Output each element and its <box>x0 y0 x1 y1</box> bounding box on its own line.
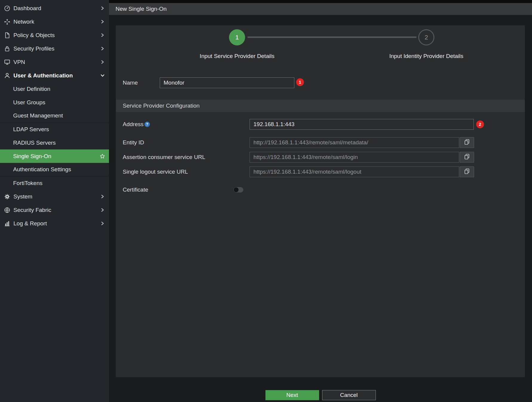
acs-url-input <box>250 152 459 163</box>
copy-icon <box>464 139 470 146</box>
vpn-icon <box>4 59 11 66</box>
copy-icon <box>464 168 470 176</box>
entity-id-copy-button[interactable] <box>460 137 474 148</box>
name-input[interactable] <box>160 77 294 88</box>
chevron-right-icon <box>100 194 105 199</box>
sidebar-item-label: Authentication Settings <box>13 166 71 173</box>
sidebar-item-dashboard[interactable]: Dashboard <box>0 1 109 15</box>
acs-url-label: Assertion consumer service URL <box>123 152 205 163</box>
slo-url-input <box>250 166 459 177</box>
log-report-icon <box>4 220 11 227</box>
sidebar-item-label: Policy & Objects <box>13 32 55 39</box>
wizard-step-1: 1 <box>229 29 245 45</box>
app-window: Dashboard Network Policy & Objects Secur… <box>0 0 532 402</box>
sidebar-item-label: Guest Management <box>13 112 63 119</box>
sidebar-item-label: Security Fabric <box>13 207 51 213</box>
copy-icon <box>464 153 470 161</box>
help-icon[interactable]: ? <box>144 122 150 127</box>
wizard-step-connector <box>247 36 416 38</box>
sidebar-item-security-fabric[interactable]: Security Fabric <box>0 203 109 217</box>
wizard-step-1-number: 1 <box>235 34 239 41</box>
address-label-row: Address ? <box>123 119 150 130</box>
wizard-step-1-label: Input Service Provider Details <box>162 53 312 59</box>
sidebar-item-label: Single Sign-On <box>13 153 51 160</box>
page-title: New Single Sign-On <box>116 6 167 12</box>
sso-wizard-panel: 1 2 Input Service Provider Details Input… <box>116 25 525 377</box>
footer-actions: Next Cancel <box>109 390 532 400</box>
security-fabric-icon <box>4 207 11 214</box>
sidebar-item-radius-servers[interactable]: RADIUS Servers <box>0 136 109 149</box>
chevron-right-icon <box>100 60 105 64</box>
sidebar-item-label: FortiTokens <box>13 180 42 187</box>
chevron-right-icon <box>100 208 105 212</box>
chevron-right-icon <box>100 19 105 24</box>
sidebar-item-label: Dashboard <box>13 5 41 12</box>
slo-url-label: Single logout service URL <box>123 166 188 177</box>
address-input[interactable] <box>250 119 474 130</box>
sidebar-item-label: RADIUS Servers <box>13 140 56 146</box>
security-profiles-icon <box>4 45 11 52</box>
certificate-toggle[interactable] <box>233 187 243 192</box>
wizard-step-2-number: 2 <box>425 34 428 41</box>
sidebar-item-guest-management[interactable]: Guest Management <box>0 109 109 123</box>
sidebar-item-system[interactable]: System <box>0 190 109 203</box>
sidebar-item-user-definition[interactable]: User Definition <box>0 82 109 96</box>
sidebar-item-vpn[interactable]: VPN <box>0 55 109 69</box>
wizard-step-2: 2 <box>418 29 434 45</box>
sidebar-item-policy-objects[interactable]: Policy & Objects <box>0 28 109 42</box>
sidebar-item-label: System <box>13 193 32 200</box>
sidebar-item-label: LDAP Servers <box>13 126 49 133</box>
sidebar-item-label: VPN <box>13 59 25 65</box>
sidebar-item-label: User Definition <box>13 86 50 92</box>
entity-id-label: Entity ID <box>123 137 144 148</box>
entity-id-input <box>250 137 459 148</box>
chevron-right-icon <box>100 6 105 10</box>
sidebar-item-ldap-servers[interactable]: LDAP Servers <box>0 123 109 136</box>
policy-objects-icon <box>4 32 11 39</box>
sidebar-item-label: User Groups <box>13 99 45 106</box>
sidebar-item-label: User & Authentication <box>13 72 73 79</box>
favorite-star-icon[interactable] <box>99 153 105 159</box>
address-label: Address <box>123 119 144 130</box>
cancel-button[interactable]: Cancel <box>322 390 376 400</box>
sidebar-item-network[interactable]: Network <box>0 15 109 28</box>
page-title-bar: New Single Sign-On <box>109 3 532 15</box>
sidebar-item-user-groups[interactable]: User Groups <box>0 96 109 109</box>
main-content: New Single Sign-On 1 2 Input Service Pro… <box>109 0 532 402</box>
sidebar-item-label: Log & Report <box>13 220 47 227</box>
certificate-label: Certificate <box>123 184 148 195</box>
sidebar-item-user-authentication[interactable]: User & Authentication <box>0 69 109 82</box>
wizard-step-2-label: Input Identity Provider Details <box>352 53 501 59</box>
sidebar-item-fortitokens[interactable]: FortiTokens <box>0 176 109 190</box>
name-step-badge: 1 <box>296 78 304 86</box>
chevron-right-icon <box>100 33 105 37</box>
sidebar: Dashboard Network Policy & Objects Secur… <box>0 0 109 402</box>
user-authentication-icon <box>4 72 11 79</box>
chevron-down-icon <box>100 73 105 78</box>
dashboard-icon <box>4 5 11 12</box>
sidebar-item-security-profiles[interactable]: Security Profiles <box>0 42 109 55</box>
acs-url-copy-button[interactable] <box>460 152 474 163</box>
section-service-provider-configuration: Service Provider Configuration <box>116 100 525 112</box>
sidebar-item-single-sign-on[interactable]: Single Sign-On <box>0 149 109 163</box>
chevron-right-icon <box>100 221 105 226</box>
sidebar-item-authentication-settings[interactable]: Authentication Settings <box>0 163 109 176</box>
sidebar-item-label: Security Profiles <box>13 45 54 52</box>
certificate-toggle-knob <box>234 187 239 192</box>
address-step-badge: 2 <box>476 120 484 128</box>
next-button[interactable]: Next <box>265 390 319 400</box>
top-strip <box>109 0 532 3</box>
slo-url-copy-button[interactable] <box>460 166 474 177</box>
sidebar-item-log-report[interactable]: Log & Report <box>0 217 109 230</box>
name-label: Name <box>123 77 138 88</box>
sidebar-item-label: Network <box>13 19 34 25</box>
system-icon <box>4 193 11 200</box>
chevron-right-icon <box>100 46 105 51</box>
network-icon <box>4 18 11 25</box>
